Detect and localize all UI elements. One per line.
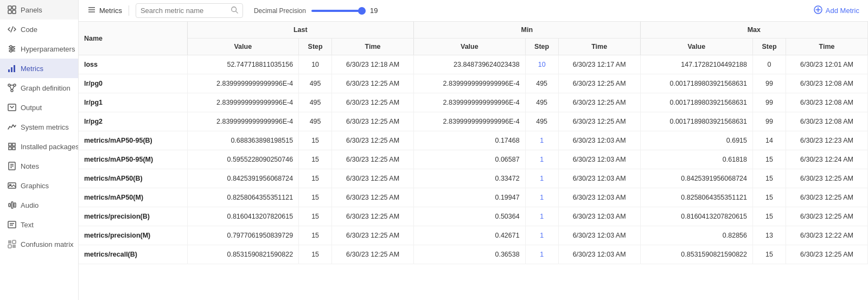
cell-max-time: 6/30/23 12:08 AM [786,93,868,112]
metrics-table: Name Last Min Max Value Step Time Value … [79,22,868,264]
cell-last-value: 0.8258064355351121 [187,188,299,207]
sidebar-item-code[interactable]: Code [0,20,78,39]
table-row: metrics/mAP50-95(B) 0.688363898198515 15… [79,131,868,150]
cell-last-step: 15 [299,150,332,169]
sidebar-item-metrics[interactable]: Metrics [0,59,78,78]
add-metric-button[interactable]: Add Metric [814,5,859,16]
cell-min-value: 0.33472 [414,169,526,188]
cell-last-time: 6/30/23 12:25 AM [332,93,414,112]
output-icon [8,103,16,112]
cell-max-step: 15 [753,245,786,264]
table-row: metrics/precision(B) 0.8160413207820615 … [79,207,868,226]
cell-min-value: 0.06587 [414,150,526,169]
svg-point-15 [14,84,16,86]
cell-max-value: 0.8425391956068724 [640,169,752,188]
cell-name: metrics/mAP50-95(M) [79,150,187,169]
svg-line-19 [12,86,14,90]
panels-icon [8,5,16,14]
svg-line-45 [236,11,238,14]
cell-max-step: 15 [753,207,786,226]
sidebar-item-output[interactable]: Output [0,98,78,117]
plus-circle-icon [814,5,822,16]
sidebar-item-label: Installed packages [21,143,79,151]
graphics-icon [8,181,16,190]
decimal-precision-section: Decimal Precision 19 [254,7,378,15]
sidebar-item-system[interactable]: System metrics [0,117,78,137]
col-last-value: Value [187,39,299,55]
search-box[interactable] [136,3,243,18]
sidebar-item-label: Graphics [21,182,49,190]
sidebar-item-notes[interactable]: Notes [0,156,78,176]
metrics-icon-toolbar [87,5,96,16]
decimal-precision-slider[interactable] [311,10,366,12]
table-row: metrics/precision(M) 0.7977061950839729 … [79,226,868,245]
cell-max-time: 6/30/23 12:01 AM [786,55,868,74]
cell-max-value: 0.8531590821590822 [640,245,752,264]
cell-max-step: 15 [753,150,786,169]
col-max-time: Time [786,39,868,55]
cell-min-step: 1 [525,207,558,226]
code-icon [8,25,16,34]
cell-max-value: 0.0017189803921568631 [640,112,752,131]
sidebar-item-audio[interactable]: Audio [0,195,78,215]
svg-rect-32 [11,202,13,208]
cell-last-step: 15 [299,226,332,245]
cell-min-value: 2.8399999999999996E-4 [414,74,526,93]
sidebar-item-label: Output [21,104,42,112]
cell-max-value: 0.61818 [640,150,752,169]
cell-min-time: 6/30/23 12:03 AM [558,226,640,245]
sidebar-item-packages[interactable]: Installed packages [0,137,78,156]
cell-min-time: 6/30/23 12:25 AM [558,112,640,131]
table-header-sub: Value Step Time Value Step Time Value St… [79,39,868,55]
matrix-icon [8,240,16,248]
cell-max-step: 15 [753,188,786,207]
cell-max-value: 0.6915 [640,131,752,150]
cell-max-time: 6/30/23 12:08 AM [786,112,868,131]
table-row: metrics/mAP50-95(M) 0.5955228090250746 1… [79,150,868,169]
cell-last-value: 52.747718811035156 [187,55,299,74]
cell-max-value: 0.0017189803921568631 [640,74,752,93]
cell-last-value: 0.8160413207820615 [187,207,299,226]
cell-min-step: 1 [525,150,558,169]
svg-rect-40 [12,245,16,248]
svg-point-16 [11,90,13,92]
cell-min-time: 6/30/23 12:03 AM [558,150,640,169]
cell-min-step: 1 [525,226,558,245]
cell-last-step: 15 [299,169,332,188]
svg-line-4 [11,27,13,32]
sidebar-item-graphics[interactable]: Graphics [0,176,78,195]
cell-max-time: 6/30/23 12:23 AM [786,131,868,150]
cell-name: metrics/mAP50-95(B) [79,131,187,150]
cell-max-value: 147.17282104492188 [640,55,752,74]
cell-last-value: 2.8399999999999996E-4 [187,112,299,131]
sidebar-item-hyperparameters[interactable]: Hyperparameters [0,39,78,59]
col-last: Last [187,22,414,39]
table-row: metrics/mAP50(M) 0.8258064355351121 15 6… [79,188,868,207]
sidebar-item-graph[interactable]: Graph definition [0,78,78,98]
sidebar-item-text[interactable]: Text [0,215,78,234]
cell-min-step: 1 [525,188,558,207]
svg-line-18 [10,86,11,90]
sidebar-item-label: Hyperparameters [21,45,75,53]
add-metric-label: Add Metric [826,7,859,15]
hyperparameters-icon [8,44,16,53]
cell-last-step: 15 [299,245,332,264]
cell-min-time: 6/30/23 12:25 AM [558,93,640,112]
svg-rect-34 [8,221,16,228]
sidebar-item-matrix[interactable]: Confusion matrix [0,234,78,254]
cell-max-time: 6/30/23 12:25 AM [786,188,868,207]
cell-last-time: 6/30/23 12:25 AM [332,226,414,245]
svg-point-8 [10,46,12,48]
svg-rect-12 [11,67,12,72]
system-icon [8,123,16,131]
sidebar-item-panels[interactable]: Panels [0,0,78,20]
cell-max-time: 6/30/23 12:25 AM [786,245,868,264]
cell-min-value: 0.17468 [414,131,526,150]
cell-min-time: 6/30/23 12:03 AM [558,207,640,226]
cell-last-step: 15 [299,188,332,207]
search-input[interactable] [141,7,227,15]
cell-last-value: 0.8531590821590822 [187,245,299,264]
sidebar-item-label: Panels [21,6,42,14]
cell-last-time: 6/30/23 12:25 AM [332,207,414,226]
col-max-value: Value [640,39,752,55]
